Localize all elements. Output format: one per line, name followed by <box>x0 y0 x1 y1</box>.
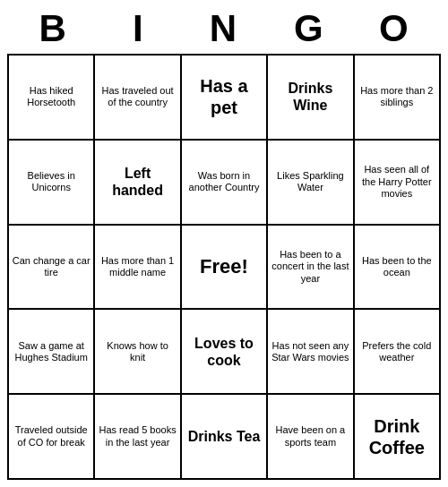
bingo-cell-4: Has more than 2 siblings <box>355 56 441 141</box>
bingo-cell-21: Has read 5 books in the last year <box>95 395 181 480</box>
bingo-cell-20: Traveled outside of CO for break <box>9 395 95 480</box>
bingo-cell-5: Believes in Unicorns <box>9 141 95 226</box>
bingo-cell-1: Has traveled out of the country <box>95 56 181 141</box>
bingo-cell-8: Likes Sparkling Water <box>268 141 354 226</box>
title-g: G <box>267 7 352 50</box>
bingo-cell-10: Can change a car tire <box>9 226 95 311</box>
bingo-cell-14: Has been to the ocean <box>355 226 441 311</box>
bingo-cell-3: Drinks Wine <box>268 56 354 141</box>
bingo-cell-0: Has hiked Horsetooth <box>9 56 95 141</box>
title-o: O <box>352 7 437 50</box>
bingo-cell-6: Left handed <box>95 141 181 226</box>
bingo-cell-18: Has not seen any Star Wars movies <box>268 310 354 395</box>
bingo-cell-9: Has seen all of the Harry Potter movies <box>355 141 441 226</box>
bingo-cell-2: Has a pet <box>182 56 268 141</box>
bingo-title: B I N G O <box>7 7 441 50</box>
bingo-cell-22: Drinks Tea <box>182 395 268 480</box>
bingo-grid: Has hiked HorsetoothHas traveled out of … <box>7 54 441 480</box>
title-b: B <box>11 7 96 50</box>
title-i: I <box>96 7 181 50</box>
bingo-cell-16: Knows how to knit <box>95 310 181 395</box>
bingo-cell-19: Prefers the cold weather <box>355 310 441 395</box>
bingo-cell-7: Was born in another Country <box>182 141 268 226</box>
bingo-cell-12: Free! <box>182 226 268 311</box>
bingo-cell-24: Drink Coffee <box>355 395 441 480</box>
bingo-cell-11: Has more than 1 middle name <box>95 226 181 311</box>
bingo-cell-13: Has been to a concert in the last year <box>268 226 354 311</box>
bingo-cell-15: Saw a game at Hughes Stadium <box>9 310 95 395</box>
bingo-cell-23: Have been on a sports team <box>268 395 354 480</box>
title-n: N <box>181 7 266 50</box>
bingo-cell-17: Loves to cook <box>182 310 268 395</box>
